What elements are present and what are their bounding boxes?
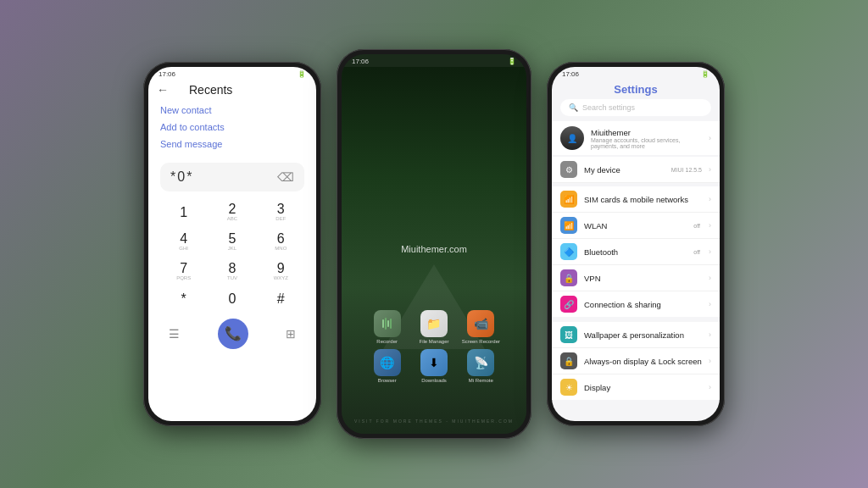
wlan-item[interactable]: 📶 WLAN off › — [552, 213, 720, 239]
add-to-contacts-link[interactable]: Add to contacts — [160, 122, 304, 132]
vpn-item[interactable]: 🔒 VPN › — [552, 265, 720, 291]
backspace-icon[interactable]: ⌫ — [277, 170, 294, 184]
phone-1: 17:06 🔋 ← Recents New contact Add to con… — [143, 62, 321, 426]
svg-rect-2 — [387, 320, 389, 327]
bluetooth-item[interactable]: 🔷 Bluetooth off › — [552, 239, 720, 265]
screenrec-icon: 📹 — [467, 310, 494, 337]
wallpaper-chevron: › — [709, 330, 711, 339]
downloads-icon: ⬇ — [420, 349, 448, 376]
key-5[interactable]: 5JKL — [209, 228, 255, 256]
send-message-link[interactable]: Send message — [160, 139, 304, 149]
vpn-label: VPN — [584, 274, 702, 283]
display-label: Display — [584, 383, 702, 392]
recents-header: ← Recents — [148, 80, 316, 102]
connection-sharing-icon: 🔗 — [560, 296, 577, 313]
remote-icon: 📡 — [467, 349, 494, 376]
homescreen-bg: Miuithemer.com Recorder 📁 File Manager 📹… — [342, 67, 526, 434]
search-placeholder: Search settings — [582, 103, 635, 112]
app-screenrecorder[interactable]: 📹 Screen Recorder — [460, 310, 502, 344]
status-icons-1: 🔋 — [298, 70, 306, 78]
recents-title: Recents — [189, 83, 232, 97]
key-0[interactable]: 0 — [209, 288, 255, 310]
connection-sharing-chevron: › — [709, 300, 711, 308]
screenrec-label: Screen Recorder — [462, 339, 500, 344]
app-filemanager[interactable]: 📁 File Manager — [413, 310, 454, 344]
aod-chevron: › — [709, 357, 711, 365]
wallpaper-label: Wallpaper & personalization — [584, 330, 702, 340]
display-chevron: › — [709, 383, 711, 391]
menu-icon[interactable]: ☰ — [169, 327, 180, 341]
downloads-label: Downloads — [421, 378, 447, 383]
key-star[interactable]: * — [160, 288, 207, 310]
mydevice-label: My device — [584, 165, 665, 175]
status-bar-1: 17:06 🔋 — [148, 67, 316, 80]
sim-item[interactable]: 📶 SIM cards & mobile networks › — [552, 186, 720, 213]
aod-item[interactable]: 🔒 Always-on display & Lock screen › — [552, 348, 720, 374]
key-7[interactable]: 7PQRS — [160, 258, 207, 286]
profile-subtitle: Manage accounts, cloud services, payment… — [591, 137, 702, 149]
sim-chevron: › — [709, 195, 711, 203]
battery-icon-2: 🔋 — [508, 58, 516, 65]
app-downloads[interactable]: ⬇ Downloads — [413, 349, 454, 383]
status-bar-3: 17:06 🔋 — [552, 67, 720, 80]
bluetooth-icon: 🔷 — [560, 243, 577, 260]
profile-name: Miuithemer — [591, 128, 702, 137]
keypad-icon[interactable]: ⊞ — [286, 327, 296, 341]
settings-list: 👤 Miuithemer Manage accounts, cloud serv… — [552, 121, 720, 421]
time-1: 17:06 — [159, 70, 175, 78]
back-button[interactable]: ← — [157, 83, 169, 97]
files-label: File Manager — [419, 339, 448, 344]
svg-rect-0 — [382, 319, 384, 328]
app-recorder[interactable]: Recorder — [366, 310, 408, 344]
browser-label: Browser — [378, 378, 397, 383]
aod-icon: 🔒 — [560, 352, 577, 369]
profile-item[interactable]: 👤 Miuithemer Manage accounts, cloud serv… — [552, 121, 720, 155]
wlan-label: WLAN — [584, 221, 687, 230]
bluetooth-label: Bluetooth — [584, 247, 687, 257]
home-watermark: Miuithemer.com — [401, 243, 467, 253]
aod-label: Always-on display & Lock screen — [584, 357, 702, 366]
wlan-chevron: › — [709, 221, 711, 230]
key-1[interactable]: 1 — [160, 198, 207, 226]
sim-label: SIM cards & mobile networks — [584, 195, 702, 204]
recorder-label: Recorder — [376, 339, 398, 344]
status-icons-2: 🔋 — [508, 58, 516, 65]
call-button[interactable]: 📞 — [218, 319, 248, 349]
key-8[interactable]: 8TUV — [209, 258, 255, 286]
new-contact-link[interactable]: New contact — [160, 105, 304, 115]
mydevice-chevron: › — [709, 165, 711, 174]
key-4[interactable]: 4GHI — [160, 228, 207, 256]
wlan-icon: 📶 — [560, 217, 577, 234]
phone-3: 17:06 🔋 Settings 🔍 Search settings 👤 Miu… — [547, 62, 725, 426]
bottom-watermark: VISIT FOR MORE THEMES - MIUITHEMER.COM — [354, 419, 514, 424]
key-3[interactable]: 3DEF — [258, 198, 304, 226]
apps-grid: Recorder 📁 File Manager 📹 Screen Recorde… — [366, 310, 502, 383]
battery-icon: 🔋 — [298, 70, 306, 78]
svg-rect-3 — [390, 319, 392, 329]
connection-sharing-item[interactable]: 🔗 Connection & sharing › — [552, 291, 720, 317]
phone-1-screen: 17:06 🔋 ← Recents New contact Add to con… — [148, 67, 316, 421]
app-browser[interactable]: 🌐 Browser — [366, 349, 408, 383]
search-bar[interactable]: 🔍 Search settings — [560, 99, 711, 116]
avatar: 👤 — [560, 126, 584, 150]
avatar-inner: 👤 — [560, 126, 584, 150]
phone-3-screen: 17:06 🔋 Settings 🔍 Search settings 👤 Miu… — [552, 67, 720, 421]
settings-title: Settings — [552, 80, 720, 99]
dial-display: *0* ⌫ — [160, 163, 304, 191]
time-3: 17:06 — [562, 70, 579, 78]
recents-links: New contact Add to contacts Send message — [148, 102, 316, 152]
key-9[interactable]: 9WXYZ — [258, 258, 304, 286]
dial-number: *0* — [170, 169, 193, 185]
app-miremote[interactable]: 📡 Mi Remote — [460, 349, 502, 383]
key-hash[interactable]: # — [258, 288, 304, 310]
keypad: 1 2ABC 3DEF 4GHI 5JKL 6MNO 7PQRS 8TUV 9W… — [148, 198, 316, 310]
profile-text: Miuithemer Manage accounts, cloud servic… — [591, 128, 702, 149]
my-device-item[interactable]: ⚙ My device MIUI 12.5.5 › — [552, 157, 720, 183]
wallpaper-item[interactable]: 🖼 Wallpaper & personalization › — [552, 322, 720, 348]
vpn-chevron: › — [709, 274, 711, 282]
key-2[interactable]: 2ABC — [209, 198, 255, 226]
connection-sharing-label: Connection & sharing — [584, 300, 702, 309]
bluetooth-chevron: › — [709, 247, 711, 256]
key-6[interactable]: 6MNO — [258, 228, 304, 256]
display-item[interactable]: ☀ Display › — [552, 374, 720, 400]
